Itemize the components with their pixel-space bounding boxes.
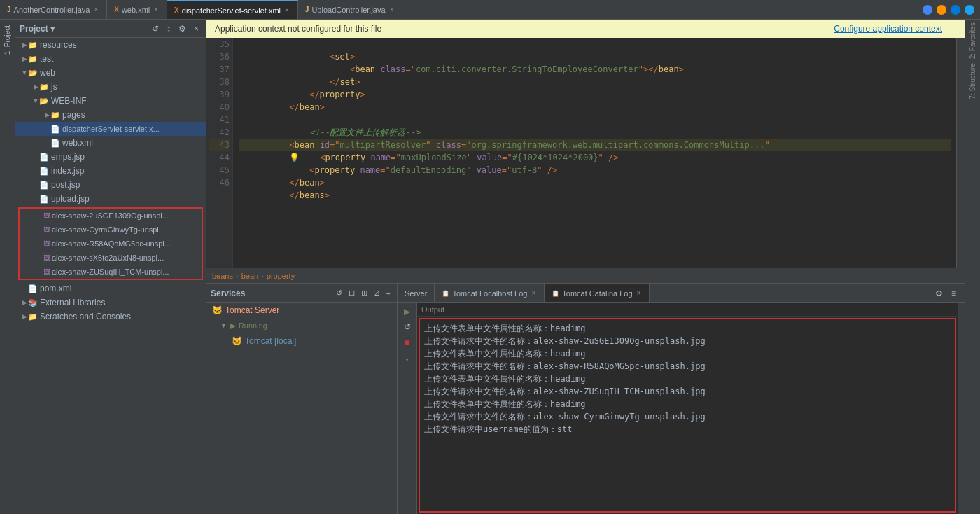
tree-item-img1[interactable]: 🖼 alex-shaw-2uSGE1309Og-unspl...: [20, 209, 202, 223]
arrow-ext: ▶: [21, 299, 28, 306]
service-item-tomcat-local[interactable]: 🐱 Tomcat [local]: [206, 333, 397, 349]
output-tab-catalina-log[interactable]: 📋 Tomcat Catalina Log ×: [545, 284, 650, 302]
folder-icon-test: 📁: [28, 55, 38, 64]
tab-close-upload[interactable]: ×: [388, 5, 396, 14]
project-tree: ▶ 📁 resources ▶ 📁 test ▼ 📂 web ▶ 📁 js ▼: [15, 38, 206, 514]
panel-btn-collapse[interactable]: ↕: [164, 22, 174, 35]
panel-btn-close[interactable]: ×: [191, 22, 202, 35]
output-content-area: ▶ ↺ ■ ↓ Output 上传文件表单中文件属性的名称：headimg: [398, 303, 965, 514]
img-icon-3: 🖼: [43, 240, 50, 247]
structure-icon[interactable]: 7: Structure: [969, 63, 976, 99]
tree-item-pages[interactable]: ▶ 📁 pages: [15, 108, 206, 122]
log-icon-catalina: 📋: [552, 290, 559, 297]
tab-close-dispatcher[interactable]: ×: [284, 6, 290, 15]
tree-item-js[interactable]: ▶ 📁 js: [15, 80, 206, 94]
output-btn-gear[interactable]: ≡: [948, 287, 959, 300]
arrow-js: ▶: [32, 83, 39, 90]
favorites-icon[interactable]: 2: Favorites: [969, 22, 976, 59]
output-line-2: 上传文件请求中文件的名称：alex-shaw-2uSGE1309Og-unspl…: [424, 335, 951, 347]
edge-icon[interactable]: [951, 5, 960, 15]
xml-icon-tree-dispatcher: 📄: [50, 125, 60, 134]
services-btn-filter[interactable]: ⊿: [372, 288, 382, 298]
jsp-icon-emps: 📄: [39, 153, 49, 162]
tree-item-index[interactable]: 📄 index.jsp: [15, 164, 206, 178]
tree-item-webinf[interactable]: ▼ 📂 WEB-INF: [15, 94, 206, 108]
output-btn-reload[interactable]: ↺: [402, 321, 412, 333]
services-title: Services: [211, 289, 245, 298]
breadcrumb-bean[interactable]: bean: [241, 272, 258, 280]
output-line-8: 上传文件请求中文件的名称：alex-shaw-CyrmGinwyTg-unspl…: [424, 410, 951, 423]
output-lines-container[interactable]: 上传文件表单中文件属性的名称：headimg 上传文件请求中文件的名称：alex…: [419, 318, 956, 513]
tree-item-img4[interactable]: 🖼 alex-shaw-sX6to2aUxN8-unspl...: [20, 251, 202, 265]
tomcat-local-icon: 🐱: [232, 336, 242, 346]
tree-item-emps[interactable]: 📄 emps.jsp: [15, 150, 206, 164]
tab-close-another[interactable]: ×: [92, 5, 99, 14]
service-item-running[interactable]: ▼ ▶ Running: [206, 318, 397, 333]
breadcrumb-property[interactable]: property: [267, 272, 295, 280]
breadcrumb-bar: beans › bean › property: [206, 268, 965, 283]
line-numbers: 35 36 37 38 39 40 41 42 43 44 45 46: [206, 38, 233, 268]
tree-item-img5[interactable]: 🖼 alex-shaw-ZUSuqIH_TCM-unspl...: [20, 265, 202, 279]
folder-icon-web: 📂: [28, 69, 38, 78]
code-content[interactable]: <set> <bean class="com.citi.converter.St…: [233, 38, 956, 268]
panel-btn-settings[interactable]: ⚙: [176, 22, 189, 35]
breadcrumb-beans[interactable]: beans: [212, 272, 233, 280]
output-tab-server[interactable]: Server: [398, 284, 435, 302]
service-item-tomcat-server[interactable]: 🐱 Tomcat Server: [206, 303, 397, 318]
tree-item-scratches[interactable]: ▶ 📁 Scratches and Consoles: [15, 310, 206, 324]
arrow-webinf: ▼: [32, 97, 39, 104]
project-icon[interactable]: 1: Project: [4, 25, 11, 55]
tree-item-pom[interactable]: 📄 pom.xml: [15, 282, 206, 296]
output-left-bar: ▶ ↺ ■ ↓: [398, 303, 417, 514]
tree-item-img3[interactable]: 🖼 alex-shaw-R58AQoMG5pc-unspl...: [20, 237, 202, 251]
tree-item-dispatcher-xml[interactable]: 📄 dispatcherServlet-servlet.x...: [15, 122, 206, 136]
output-btn-run[interactable]: ▶: [402, 305, 412, 318]
folder-icon-ext: 📚: [28, 298, 38, 307]
tree-item-webxml[interactable]: 📄 web.xml: [15, 136, 206, 150]
jsp-icon-upload: 📄: [39, 195, 49, 204]
line-num-39: 39: [209, 88, 230, 101]
tab-dispatcher[interactable]: X dispatcherServlet-servlet.xml ×: [167, 0, 298, 19]
browser-icons-area: [917, 5, 980, 15]
services-btn-group[interactable]: ⊞: [359, 288, 370, 298]
tree-item-img2[interactable]: 🖼 alex-shaw-CyrmGinwyTg-unspl...: [20, 223, 202, 237]
running-arrow: ▼: [220, 322, 227, 329]
tree-item-test[interactable]: ▶ 📁 test: [15, 52, 206, 66]
output-btn-down-arrow[interactable]: ↓: [404, 352, 411, 364]
right-icon-strip: 2: Favorites 7: Structure: [965, 20, 980, 514]
arrow-scratches: ▶: [21, 313, 28, 320]
panel-btn-sync[interactable]: ↺: [149, 22, 162, 35]
code-line-41: <!--配置文件上传解析器-->: [239, 113, 951, 126]
chrome-icon[interactable]: [923, 5, 932, 15]
tab-close-localhost[interactable]: ×: [530, 289, 537, 298]
tree-item-ext-libs[interactable]: ▶ 📚 External Libraries: [15, 296, 206, 310]
tab-close-web[interactable]: ×: [153, 5, 160, 14]
breadcrumb-sep-2: ›: [261, 272, 264, 280]
tab-another-controller[interactable]: J AnotherController.java ×: [0, 0, 107, 19]
img-icon-1: 🖼: [43, 212, 50, 219]
services-header: Services ↺ ⊟ ⊞ ⊿ +: [206, 284, 397, 303]
xml-icon-tree-web: 📄: [50, 139, 60, 148]
code-line-35: <set>: [239, 38, 951, 50]
tree-item-upload-jsp[interactable]: 📄 upload.jsp: [15, 192, 206, 206]
services-btn-add[interactable]: +: [384, 288, 393, 298]
output-btn-stop[interactable]: ■: [403, 336, 411, 349]
services-btn-collapse-all[interactable]: ⊟: [346, 288, 357, 298]
tree-item-resources[interactable]: ▶ 📁 resources: [15, 38, 206, 52]
tree-item-web[interactable]: ▼ 📂 web: [15, 66, 206, 80]
output-tab-localhost-log[interactable]: 📋 Tomcat Localhost Log ×: [435, 284, 545, 302]
tree-item-post[interactable]: 📄 post.jsp: [15, 178, 206, 192]
output-btn-settings[interactable]: ⚙: [932, 287, 946, 300]
line-num-43: 43: [209, 139, 230, 151]
firefox-icon[interactable]: [937, 5, 946, 15]
arrow-test: ▶: [21, 55, 28, 62]
tab-webxml[interactable]: X web.xml ×: [107, 0, 167, 19]
play-icon: ▶: [230, 321, 236, 331]
jsp-icon-index: 📄: [39, 167, 49, 176]
services-btn-refresh[interactable]: ↺: [334, 288, 344, 298]
tab-close-catalina[interactable]: ×: [636, 289, 643, 298]
tab-upload-controller[interactable]: J UploadController.java ×: [298, 0, 403, 19]
safari-icon[interactable]: [965, 5, 974, 15]
configure-link[interactable]: Configure application context: [834, 24, 942, 34]
log-icon-localhost: 📋: [442, 290, 449, 297]
